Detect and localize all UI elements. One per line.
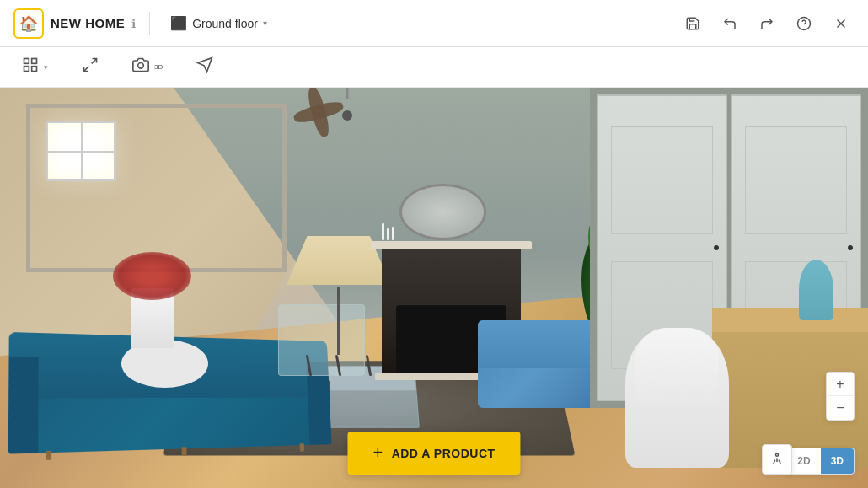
- door-handle: [848, 245, 853, 250]
- logo-icon: 🏠: [13, 8, 44, 39]
- svg-rect-7: [32, 67, 37, 72]
- floor-label: Ground floor: [192, 17, 258, 30]
- svg-point-10: [138, 63, 144, 69]
- add-product-button[interactable]: + ADD A PRODUCT: [347, 432, 520, 475]
- chevron-down-icon: ▾: [263, 19, 267, 28]
- camera-icon: [132, 56, 149, 78]
- desk-surface: [712, 308, 868, 332]
- fullscreen-button[interactable]: [73, 51, 107, 83]
- armchair-back: [478, 320, 608, 368]
- topbar-left: 🏠 NEW HOME ℹ ⬛ Ground floor ▾: [13, 8, 274, 39]
- tripod-leg: [335, 355, 341, 376]
- info-icon[interactable]: ℹ: [131, 17, 136, 30]
- svg-rect-6: [24, 67, 29, 72]
- view-mode-toggle: 2D 3D: [786, 448, 855, 475]
- measure-button[interactable]: [188, 51, 222, 83]
- main-view[interactable]: + ADD A PRODUCT + − 2D 3D: [0, 88, 868, 488]
- candles: [382, 216, 426, 240]
- undo-button[interactable]: [716, 10, 743, 37]
- person-view-button[interactable]: [762, 444, 792, 475]
- fan-rod: [346, 88, 348, 99]
- svg-rect-4: [24, 59, 29, 64]
- lamp-tripod: [308, 355, 370, 376]
- sofa-leg: [181, 447, 186, 455]
- zoom-in-button[interactable]: +: [827, 373, 854, 396]
- topbar-right: [679, 10, 855, 37]
- window-frame: [26, 104, 287, 272]
- fullscreen-icon: [82, 56, 99, 78]
- view-toggle-button[interactable]: ▾: [13, 51, 56, 83]
- candle: [392, 227, 394, 240]
- lamp-pole: [337, 287, 340, 355]
- sofa-leg: [299, 443, 304, 452]
- grid-icon: [22, 56, 39, 78]
- toolbar: ▾ 3D: [0, 47, 868, 88]
- door-handle: [714, 245, 719, 250]
- view-2d-button[interactable]: 2D: [787, 448, 820, 474]
- chevron-icon: ▾: [44, 63, 48, 72]
- floor-lamp: [313, 236, 365, 376]
- floor-layers-icon: ⬛: [170, 15, 187, 31]
- chair-back: [635, 328, 719, 405]
- svg-point-11: [776, 453, 779, 456]
- fireplace-mantel: [371, 241, 532, 249]
- sofa-arm-left: [8, 356, 38, 453]
- ceiling-fan: [295, 99, 399, 131]
- help-button[interactable]: [790, 10, 817, 37]
- redo-button[interactable]: [753, 10, 780, 37]
- armchair: [478, 320, 608, 409]
- zoom-out-button[interactable]: −: [827, 396, 854, 420]
- divider: [149, 12, 150, 35]
- room-canvas: + ADD A PRODUCT + − 2D 3D: [0, 88, 868, 488]
- desk-lamp: [799, 260, 833, 319]
- topbar: 🏠 NEW HOME ℹ ⬛ Ground floor ▾: [0, 0, 868, 47]
- svg-line-9: [84, 67, 89, 72]
- camera-button[interactable]: 3D: [124, 51, 171, 83]
- candle: [382, 223, 384, 240]
- window: [46, 121, 116, 181]
- candle: [387, 228, 389, 240]
- view-3d-button[interactable]: 3D: [821, 448, 854, 474]
- fan-center: [342, 110, 352, 121]
- save-button[interactable]: [679, 10, 706, 37]
- svg-rect-5: [32, 59, 37, 64]
- zoom-controls: + −: [826, 372, 855, 421]
- sofa-leg: [46, 450, 51, 459]
- white-chair: [625, 328, 730, 468]
- svg-line-8: [92, 59, 97, 64]
- plus-icon: +: [372, 443, 383, 463]
- floor-selector[interactable]: ⬛ Ground floor ▾: [163, 12, 274, 35]
- logo-area: 🏠 NEW HOME ℹ: [13, 8, 136, 39]
- ruler-icon: [196, 56, 213, 78]
- app-title: NEW HOME: [51, 16, 125, 30]
- add-product-label: ADD A PRODUCT: [392, 447, 496, 460]
- close-button[interactable]: [828, 10, 855, 37]
- vase-flowers: [113, 252, 191, 300]
